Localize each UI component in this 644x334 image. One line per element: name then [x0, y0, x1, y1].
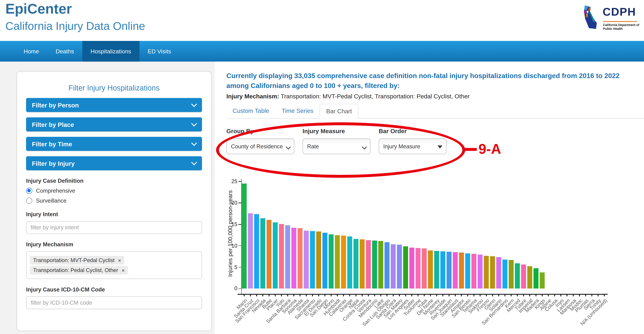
- tab-label: Custom Table: [232, 107, 269, 114]
- radio-unselected-icon[interactable]: [26, 198, 32, 204]
- accordion-filter-by-person[interactable]: Filter by Person: [26, 98, 202, 112]
- cdph-wordmark: CDPH: [602, 6, 636, 19]
- chevron-down-icon: [191, 121, 197, 127]
- case-definition-label: Injury Case Definition: [26, 178, 202, 184]
- main-nav: Home Deaths Hospitalizations ED Visits: [0, 41, 644, 62]
- nav-item-label: Home: [24, 48, 39, 54]
- nav-item-ed-visits[interactable]: ED Visits: [139, 41, 179, 62]
- annotation-line: [464, 148, 477, 151]
- group-by-control: Group By County of Residence: [226, 128, 294, 154]
- bar-order-label: Bar Order: [379, 128, 446, 134]
- tab-custom-table[interactable]: Custom Table: [226, 104, 276, 118]
- injury-measure-select[interactable]: Rate: [302, 139, 370, 154]
- select-value: Injury Measure: [383, 143, 420, 149]
- injury-mechanism-label: Injury Mechanism: [26, 241, 202, 247]
- filter-summary-label: Injury Mechanism:: [226, 93, 279, 100]
- nav-item-label: Hospitalizations: [90, 48, 131, 54]
- injury-measure-control: Injury Measure Rate: [302, 128, 370, 154]
- chevron-down-icon: [191, 140, 197, 146]
- nav-item-label: ED Visits: [148, 48, 171, 54]
- tag-label: Transportation: MVT-Pedal Cyclist: [33, 257, 114, 263]
- tab-label: Time Series: [282, 107, 313, 114]
- filter-summary-value: Transportation: MVT-Pedal Cyclist, Trans…: [281, 93, 470, 100]
- chevron-down-icon: [362, 144, 367, 150]
- filter-panel-title: Filter Injury Hospitalizations: [26, 84, 202, 93]
- view-tabs: Custom Table Time Series Bar Chart: [226, 104, 644, 119]
- logo-org-line2: Public Health: [603, 27, 639, 30]
- accordion-filter-by-injury[interactable]: Filter by Injury: [26, 156, 202, 170]
- injury-measure-label: Injury Measure: [302, 128, 370, 134]
- nav-item-hospitalizations[interactable]: Hospitalizations: [82, 41, 139, 62]
- select-value: Rate: [307, 143, 319, 149]
- tab-label: Bar Chart: [326, 108, 352, 114]
- tag-label: Transportation: Pedal Cyclist, Other: [33, 267, 118, 273]
- chevron-down-icon: [191, 101, 197, 107]
- bar-order-control: Bar Order Injury Measure: [379, 128, 446, 154]
- accordion-filter-by-place[interactable]: Filter by Place: [26, 117, 202, 131]
- filter-panel: Filter Injury Hospitalizations Filter by…: [16, 71, 212, 331]
- icd-code-input[interactable]: [26, 297, 202, 309]
- annotation-label: 9-A: [478, 141, 501, 157]
- filter-summary: Injury Mechanism:Transportation: MVT-Ped…: [226, 93, 470, 100]
- nav-item-label: Deaths: [56, 48, 74, 54]
- injury-mechanism-input[interactable]: Transportation: MVT-Pedal Cyclist × Tran…: [26, 251, 202, 279]
- radio-label: Comprehensive: [36, 188, 75, 194]
- mechanism-tag: Transportation: MVT-Pedal Cyclist ×: [30, 256, 124, 264]
- close-icon[interactable]: ×: [118, 258, 121, 263]
- tab-bar-chart[interactable]: Bar Chart: [320, 104, 358, 119]
- radio-comprehensive[interactable]: Comprehensive: [26, 188, 202, 194]
- app-subtitle: California Injury Data Online: [6, 20, 145, 33]
- mechanism-tag: Transportation: Pedal Cyclist, Other ×: [30, 266, 128, 274]
- main-content: Currently displaying 33,035 comprehensiv…: [215, 62, 644, 334]
- accordion-label: Filter by Place: [32, 121, 192, 128]
- app-title: EpiCenter: [6, 1, 72, 17]
- bar-order-select[interactable]: Injury Measure: [379, 139, 446, 154]
- accordion-label: Filter by Injury: [32, 160, 192, 167]
- logo-org-line1: California Department of: [603, 23, 639, 27]
- icd-code-label: Injury Cause ICD-10-CM Code: [26, 287, 202, 293]
- radio-selected-icon[interactable]: [26, 188, 32, 194]
- injury-intent-input[interactable]: [26, 221, 202, 234]
- radio-label: Surveillance: [36, 198, 66, 204]
- chart-controls: Group By County of Residence Injury Meas…: [226, 128, 455, 154]
- close-icon[interactable]: ×: [122, 268, 124, 273]
- nav-item-deaths[interactable]: Deaths: [47, 41, 82, 62]
- radio-surveillance[interactable]: Surveillance: [26, 198, 202, 204]
- cdph-logo: CDPH California Department of Public Hea…: [582, 5, 640, 34]
- california-icon: [582, 5, 601, 30]
- nav-item-home[interactable]: Home: [15, 41, 48, 62]
- tab-time-series[interactable]: Time Series: [276, 104, 320, 118]
- accordion-label: Filter by Person: [32, 101, 192, 108]
- page: EpiCenter California Injury Data Online …: [0, 0, 644, 334]
- dropdown-arrow-icon: [438, 146, 442, 148]
- group-by-select[interactable]: County of Residence: [226, 139, 294, 154]
- chevron-down-icon: [191, 160, 197, 165]
- chevron-down-icon: [286, 144, 291, 150]
- injury-intent-label: Injury Intent: [26, 211, 202, 217]
- group-by-label: Group By: [226, 128, 294, 134]
- summary-text: Currently displaying 33,035 comprehensiv…: [226, 71, 632, 91]
- logo-org-name: California Department of Public Health: [603, 23, 639, 30]
- select-value: County of Residence: [231, 143, 283, 149]
- accordion-filter-by-time[interactable]: Filter by Time: [26, 137, 202, 151]
- accordion-label: Filter by Time: [32, 140, 192, 147]
- header: EpiCenter California Injury Data Online …: [0, 0, 644, 41]
- logo-rule: [603, 21, 637, 22]
